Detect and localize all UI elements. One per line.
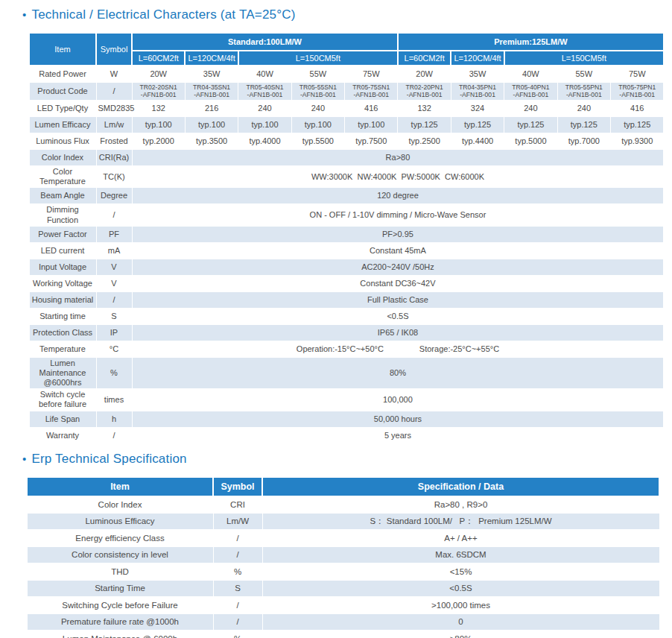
- cell-value: typ.5000: [504, 133, 557, 149]
- row-symbol: Degree: [96, 188, 132, 204]
- cell-value: typ.5500: [291, 133, 344, 149]
- row-symbol: /: [96, 82, 132, 100]
- row-label: LED Type/Qty: [29, 100, 96, 116]
- cell-value: 324: [451, 100, 504, 116]
- cell-value: TR05-55SN1 -AFN1B-001: [291, 82, 344, 100]
- row-label: Housing material: [29, 291, 96, 308]
- spec-item: Switching Cycle before Failure: [27, 597, 213, 614]
- spec-item: Premature failure rate @1000h: [27, 613, 213, 631]
- col-header-prm-120cm: L=120CM/4ft: [451, 51, 504, 66]
- table-row: Input VoltageVAC200~240V /50Hz: [29, 259, 664, 275]
- cell-value: 240: [291, 100, 344, 116]
- spec-value: >80%: [262, 631, 659, 638]
- cell-value: TR05-75PN1 -AFN1B-001: [611, 82, 664, 100]
- table-row: LED Type/QtySMD2835132216240240416132324…: [29, 100, 664, 116]
- cell-span: 50,000 hours: [132, 411, 664, 427]
- row-symbol: S: [96, 308, 132, 324]
- table-row: Luminous FluxFrostedtyp.2000typ.3500typ.…: [29, 133, 664, 149]
- cell-value: typ.7000: [557, 133, 610, 149]
- spec-symbol: %: [213, 631, 262, 638]
- table-row: Lumen Maintenance @ 6000h%>80%: [27, 631, 659, 638]
- cell-value: 132: [398, 100, 451, 116]
- row-label: Switch cycle before failure: [29, 389, 96, 411]
- spec-item: Luminous Efficacy: [27, 513, 213, 530]
- erp-col-header-symbol: Symbol: [213, 477, 262, 496]
- cell-span: <0.5S: [132, 308, 664, 324]
- spec-symbol: CRI: [213, 496, 262, 514]
- cell-value: typ.2500: [398, 133, 451, 149]
- row-symbol: h: [96, 411, 132, 427]
- row-symbol: SMD2835: [96, 100, 132, 116]
- table-row: Lumen Maintenance @6000hrs%80%: [29, 357, 664, 389]
- cell-value: typ.100: [291, 116, 344, 133]
- row-symbol: mA: [96, 242, 132, 259]
- cell-value: typ.4400: [451, 133, 504, 149]
- table-row: Beam AngleDegree120 degree: [29, 188, 664, 204]
- cell-value: TR05-75SN1 -AFN1B-001: [345, 82, 398, 100]
- section2-title-text: Erp Technical Specification: [31, 452, 186, 466]
- cell-span-part: Operation:-15°C~+50°C: [297, 344, 384, 354]
- row-label: Product Code: [29, 82, 96, 100]
- row-label: Dimming Function: [29, 204, 96, 226]
- row-label: Beam Angle: [29, 188, 96, 204]
- table-row: Premature failure rate @1000h/0: [27, 613, 659, 631]
- table-row: Warranty/5 years: [29, 427, 664, 443]
- cell-value: 75W: [611, 66, 664, 82]
- row-symbol: times: [96, 389, 132, 411]
- cell-value: TR05-40SN1 -AFN1B-001: [238, 82, 291, 100]
- bullet-icon: •: [22, 8, 26, 21]
- table-row: Starting timeS<0.5S: [29, 308, 664, 324]
- cell-value: TR05-40PN1 -AFN1B-001: [504, 82, 557, 100]
- erp-table-header: Item Symbol Specification / Data: [27, 477, 659, 496]
- cell-value: 416: [345, 100, 398, 116]
- table-row: Starting TimeS<0.5S: [27, 580, 659, 597]
- cell-value: TR02-20PN1 -AFN1B-001: [398, 82, 451, 100]
- table-row: Life Spanh50,000 hours: [29, 411, 664, 427]
- row-symbol: Lm/w: [96, 116, 132, 133]
- spec-value: <15%: [262, 563, 659, 581]
- spec-symbol: %: [213, 563, 262, 581]
- col-header-item: Item: [29, 33, 96, 66]
- table-row: Housing material/Full Plastic Case: [29, 291, 664, 308]
- cell-value: TR05-55PN1 -AFN1B-001: [557, 82, 610, 100]
- table-row: Energy efficiency Class/A+ / A++: [27, 530, 659, 547]
- row-symbol: Frosted: [96, 133, 132, 149]
- table-row: LED currentmAConstant 45mA: [29, 242, 664, 259]
- spec-value: A+ / A++: [262, 530, 659, 547]
- row-symbol: %: [96, 357, 132, 389]
- row-label: Luminous Flux: [29, 133, 96, 149]
- cell-span: ON - OFF / 1-10V dimming / Micro-Wave Se…: [132, 204, 664, 226]
- cell-span-dual: Operation:-15°C~+50°CStorage:-25°C~+55°C: [132, 341, 664, 357]
- table-row: Product Code/TR02-20SN1 -AFN1B-001TR04-3…: [29, 82, 664, 100]
- col-header-prm-150cm: L=150CM5ft: [504, 51, 664, 66]
- row-symbol: /: [96, 204, 132, 226]
- col-group-standard: Standard:100LM/W: [132, 33, 398, 51]
- cell-value: typ.4000: [238, 133, 291, 149]
- cell-value: TR04-35PN1 -AFN1B-001: [451, 82, 504, 100]
- row-symbol: CRI(Ra): [96, 149, 132, 165]
- row-label: Life Span: [29, 411, 96, 427]
- cell-value: 216: [185, 100, 238, 116]
- spec-symbol: S: [213, 580, 262, 597]
- row-symbol: V: [96, 259, 132, 275]
- spec-item: Color consistency in level: [27, 546, 213, 563]
- cell-value: typ.9300: [611, 133, 664, 149]
- table-row: Lumen EfficacyLm/wtyp.100typ.100typ.100t…: [29, 116, 664, 133]
- cell-value: 55W: [557, 66, 610, 82]
- section1-title-text: Technical / Electrical Characters (at TA…: [31, 7, 295, 22]
- cell-span: IP65 / IK08: [132, 324, 664, 341]
- col-header-std-150cm: L=150CM5ft: [238, 51, 398, 66]
- row-symbol: °C: [96, 341, 132, 357]
- row-label: Temperature: [29, 341, 96, 357]
- cell-value: typ.100: [238, 116, 291, 133]
- spec-item: Energy efficiency Class: [27, 530, 213, 547]
- col-header-std-60cm: L=60CM2ft: [132, 51, 185, 66]
- spec-item: Color Index: [27, 496, 213, 514]
- row-label: Working Voltage: [29, 275, 96, 291]
- row-symbol: IP: [96, 324, 132, 341]
- cell-value: TR02-20SN1 -AFN1B-001: [132, 82, 185, 100]
- cell-value: 20W: [398, 66, 451, 82]
- cell-span: WW:3000K NW:4000K PW:5000K CW:6000K: [132, 165, 664, 187]
- spec-item: Lumen Maintenance @ 6000h: [27, 631, 213, 638]
- cell-value: typ.7500: [345, 133, 398, 149]
